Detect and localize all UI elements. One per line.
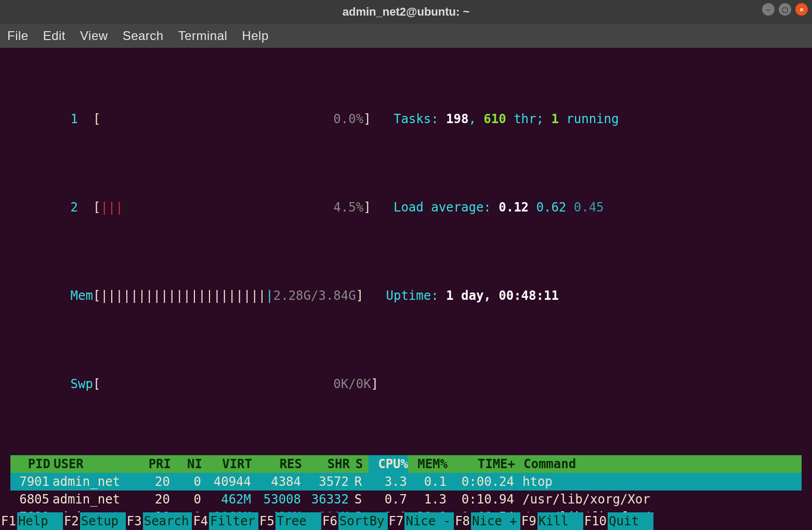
fkey-label-nice[interactable]: Nice + [471,512,520,530]
cell-state: S [349,491,368,508]
load-1: 0.12 [499,200,529,215]
cell-mem: 1.3 [407,491,447,508]
cell-shr: 3572 [301,473,349,491]
tasks-running: 1 [551,112,558,126]
menu-file[interactable]: File [7,29,29,43]
cell-user: admin_net [53,473,136,491]
fkey-label-sortby[interactable]: SortBy [338,512,388,530]
cell-shr: 36332 [301,491,349,508]
cell-cpu: 0.7 [368,491,407,508]
window-title: admin_net2@ubuntu: ~ [343,5,470,19]
cell-command: /usr/lib/xorg/Xor [514,491,802,508]
fkey-f3: F3 [126,512,143,530]
cpu1-value: 0.0% [333,112,363,126]
cell-mem: 0.1 [407,473,447,491]
terminal-area[interactable]: 1 [ 0.0%] Tasks: 198, 610 thr; 1 running… [0,48,812,530]
fkey-label-kill[interactable]: Kill [538,512,583,530]
cell-cpu: 3.3 [368,473,407,491]
cell-state: R [349,473,368,491]
fkey-label-filter[interactable]: Filter [209,512,258,530]
maximize-button[interactable]: ▢ [779,3,791,16]
mem-label: Mem [71,288,93,303]
cell-virt: 40944 [201,473,251,491]
load-15: 0.45 [574,200,604,215]
col-user[interactable]: USER [54,455,137,473]
fkey-label-search[interactable]: Search [143,512,192,530]
function-key-bar: F1HelpF2SetupF3SearchF4FilterF5TreeF6Sor… [0,512,812,530]
fkey-label-setup[interactable]: Setup [80,512,126,530]
close-button[interactable]: × [795,3,808,16]
load-label: Load average: [394,200,499,215]
cell-time: 0:10.94 [447,491,514,508]
fkey-f5: F5 [258,512,276,530]
fkey-label-tree[interactable]: Tree [276,512,321,530]
cell-pri: 20 [136,491,170,508]
cell-res: 4384 [251,473,301,491]
menu-bar: File Edit View Search Terminal Help [0,24,812,48]
cell-res: 53008 [251,491,301,508]
tasks-label: Tasks: [394,112,446,126]
col-state[interactable]: S [350,455,369,473]
fkey-label-quit[interactable]: Quit [608,512,653,530]
fkey-f10: F10 [583,512,608,530]
menu-edit[interactable]: Edit [43,29,66,43]
cell-pid: 6805 [10,491,53,508]
cpu2-label: 2 [71,200,78,215]
col-time[interactable]: TIME+ [448,455,515,473]
load-5: 0.62 [536,200,567,215]
cell-command: htop [514,473,802,491]
fkey-f7: F7 [388,512,405,530]
minimize-button[interactable]: – [762,3,775,16]
process-header[interactable]: PID USER PRI NI VIRT RES SHR S CPU% MEM%… [10,455,802,473]
col-res[interactable]: RES [252,455,302,473]
col-command[interactable]: Command [515,455,801,473]
process-row[interactable]: 7901admin_net2004094443843572R3.30.10:00… [10,473,802,491]
fkey-f8: F8 [454,512,471,530]
cell-time: 0:00.24 [447,473,514,491]
fkey-label-nice[interactable]: Nice - [404,512,454,530]
fkey-f6: F6 [321,512,338,530]
col-mem[interactable]: MEM% [408,455,448,473]
cell-pid: 7901 [10,473,53,491]
swap-label: Swp [71,377,93,391]
fkey-f2: F2 [63,512,80,530]
menu-view[interactable]: View [80,29,108,43]
cpu2-value: 4.5% [333,200,363,215]
fkey-label-help[interactable]: Help [17,512,63,530]
fkey-f1: F1 [0,512,17,530]
menu-search[interactable]: Search [123,29,164,43]
tasks-threads: 610 [483,112,506,126]
cpu1-label: 1 [71,112,78,126]
col-ni[interactable]: NI [171,455,202,473]
uptime-label: Uptime: [386,288,447,303]
fkey-f4: F4 [192,512,209,530]
fkey-f9: F9 [520,512,538,530]
cell-ni: 0 [170,491,201,508]
htop-header: 1 [ 0.0%] Tasks: 198, 610 thr; 1 running… [10,57,802,446]
cell-virt: 462M [201,491,251,508]
cell-ni: 0 [170,473,201,491]
menu-help[interactable]: Help [242,29,268,43]
menu-terminal[interactable]: Terminal [178,29,228,43]
tasks-total: 198 [446,112,468,126]
col-cpu[interactable]: CPU% [369,455,408,473]
cell-user: admin_net [53,491,136,508]
mem-value: 2.28G/3.84G [273,288,356,303]
process-row[interactable]: 6805admin_net200462M5300836332S0.71.30:1… [10,491,802,508]
cell-pri: 20 [136,473,170,491]
col-virt[interactable]: VIRT [202,455,252,473]
col-pri[interactable]: PRI [137,455,171,473]
swap-value: 0K/0K [333,377,371,391]
col-shr[interactable]: SHR [302,455,350,473]
col-pid[interactable]: PID [11,455,54,473]
uptime-value: 1 day, 00:48:11 [446,288,559,303]
window-titlebar: admin_net2@ubuntu: ~ – ▢ × [0,0,812,24]
